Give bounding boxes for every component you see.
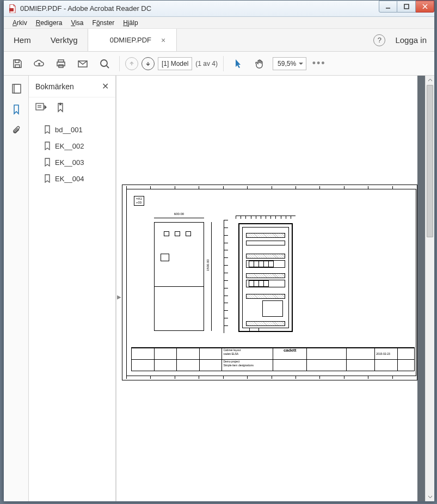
app-window: 0DMIEP.PDF - Adobe Acrobat Reader DC Ark… (3, 0, 435, 502)
more-icon[interactable]: ••• (310, 54, 328, 73)
bookmarks-header: Bokmärken ✕ (29, 76, 115, 97)
zoom-select[interactable]: 59,5% (273, 57, 306, 70)
scroll-down-icon[interactable] (426, 492, 434, 501)
window-buttons (379, 1, 434, 13)
svg-rect-6 (15, 65, 20, 67)
save-icon[interactable] (8, 54, 27, 73)
side-strip (4, 76, 29, 501)
svg-line-12 (107, 66, 109, 68)
titlebar: 0DMIEP.PDF - Adobe Acrobat Reader DC (4, 1, 434, 17)
menu-edit[interactable]: Redigera (33, 18, 66, 28)
bookmarks-panel: Bokmärken ✕ bd__001 EK__002 EK__003 EK__… (29, 76, 116, 501)
vertical-scrollbar[interactable] (425, 76, 434, 501)
search-icon[interactable] (95, 54, 114, 73)
bookmark-item[interactable]: bd__001 (29, 121, 115, 138)
minimize-button[interactable] (379, 1, 397, 13)
document-viewer: ◀ ▶ =A1+03 600.00 1500.00 (116, 76, 434, 501)
tab-tools[interactable]: Verktyg (41, 29, 88, 51)
tabs-bar: Hem Verktyg 0DMIEP.PDF × ? Logga in (4, 29, 434, 52)
svg-rect-14 (14, 84, 21, 93)
close-button[interactable] (416, 1, 434, 13)
print-icon[interactable] (52, 54, 70, 73)
cloud-icon[interactable] (30, 54, 48, 73)
page-canvas: =A1+03 600.00 1500.00 (122, 185, 417, 380)
help-icon[interactable]: ? (373, 34, 385, 46)
collapse-right-icon[interactable]: ▶ (116, 288, 122, 305)
menu-file[interactable]: Arkiv (9, 18, 30, 28)
menu-window[interactable]: Fönster (89, 18, 118, 28)
new-bookmark-icon[interactable] (56, 102, 65, 113)
tab-home[interactable]: Hem (4, 29, 41, 51)
toolbar: [1] Model (1 av 4) 59,5% ••• (4, 52, 434, 76)
hand-icon[interactable] (251, 54, 269, 73)
bookmarks-tools (29, 97, 115, 117)
dimension-height: 1500.00 (206, 259, 210, 271)
tab-close-icon[interactable]: × (161, 36, 165, 45)
attachments-icon[interactable] (10, 124, 23, 137)
svg-rect-0 (9, 8, 14, 11)
svg-rect-5 (15, 60, 19, 63)
bookmark-options-icon[interactable] (35, 102, 47, 112)
svg-rect-8 (57, 62, 65, 66)
menu-view[interactable]: Visa (67, 18, 87, 28)
page-input[interactable]: [1] Model (158, 57, 192, 70)
dimension-width: 600.00 (154, 212, 204, 216)
close-panel-icon[interactable]: ✕ (102, 81, 109, 91)
cursor-icon[interactable] (229, 54, 248, 73)
scroll-thumb[interactable] (427, 85, 433, 237)
prev-page-icon[interactable] (125, 57, 138, 70)
email-icon[interactable] (73, 54, 92, 73)
window-title: 0DMIEP.PDF - Adobe Acrobat Reader DC (20, 4, 151, 13)
drawing-tag: =A1+03 (134, 196, 144, 206)
thumbnails-icon[interactable] (10, 82, 23, 95)
menu-help[interactable]: Hjälp (120, 18, 141, 28)
bookmark-item[interactable]: EK__004 (29, 170, 115, 187)
bookmark-item[interactable]: EK__002 (29, 138, 115, 154)
tab-document[interactable]: 0DMIEP.PDF × (88, 29, 177, 51)
maximize-button[interactable] (397, 1, 416, 13)
next-page-icon[interactable] (141, 57, 155, 70)
scroll-up-icon[interactable] (426, 76, 434, 85)
app-icon (8, 4, 17, 13)
bookmarks-title: Bokmärken (35, 82, 74, 91)
cabinet-front (154, 222, 204, 331)
signin-link[interactable]: Logga in (395, 35, 427, 45)
bookmarks-icon[interactable] (10, 103, 23, 116)
title-block: Cabinet layoutcadett ELSA cadett 2015-02… (131, 347, 415, 371)
cabinet-interior (238, 223, 293, 332)
page-count: (1 av 4) (195, 60, 218, 67)
svg-rect-15 (36, 103, 44, 110)
tab-document-label: 0DMIEP.PDF (110, 36, 151, 44)
page-nav (125, 57, 155, 70)
page-area[interactable]: ▶ =A1+03 600.00 1500.00 (116, 76, 417, 501)
content: Bokmärken ✕ bd__001 EK__002 EK__003 EK__… (4, 76, 434, 501)
svg-point-11 (101, 60, 107, 66)
bookmarks-list: bd__001 EK__002 EK__003 EK__004 (29, 117, 115, 191)
bookmark-item[interactable]: EK__003 (29, 154, 115, 170)
svg-rect-2 (404, 4, 409, 9)
menubar: Arkiv Redigera Visa Fönster Hjälp (4, 17, 434, 29)
